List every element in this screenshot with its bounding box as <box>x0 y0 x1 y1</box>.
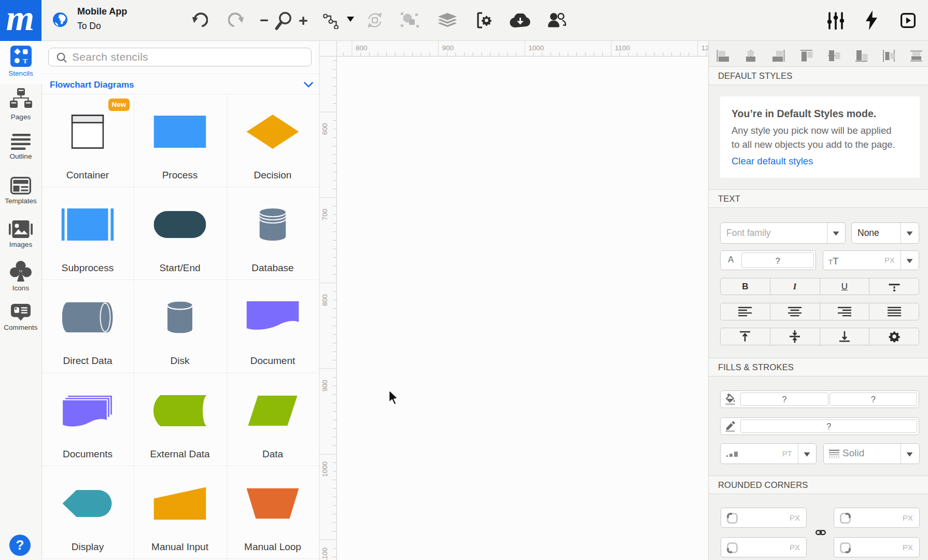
svg-text:1100: 1100 <box>321 548 329 560</box>
svg-text:T: T <box>833 257 839 265</box>
svg-text:900: 900 <box>442 44 454 52</box>
svg-text:700: 700 <box>321 208 329 220</box>
svg-text:1100: 1100 <box>615 44 630 52</box>
svg-text:1000: 1000 <box>321 461 329 477</box>
svg-text:T: T <box>22 57 27 65</box>
svg-text:1000: 1000 <box>528 44 544 52</box>
svg-text:800: 800 <box>356 44 368 52</box>
svg-text:T: T <box>828 258 833 265</box>
svg-text:800: 800 <box>321 294 329 306</box>
svg-text:1200: 1200 <box>701 44 708 52</box>
svg-text:600: 600 <box>321 123 329 135</box>
svg-text:900: 900 <box>321 380 329 391</box>
